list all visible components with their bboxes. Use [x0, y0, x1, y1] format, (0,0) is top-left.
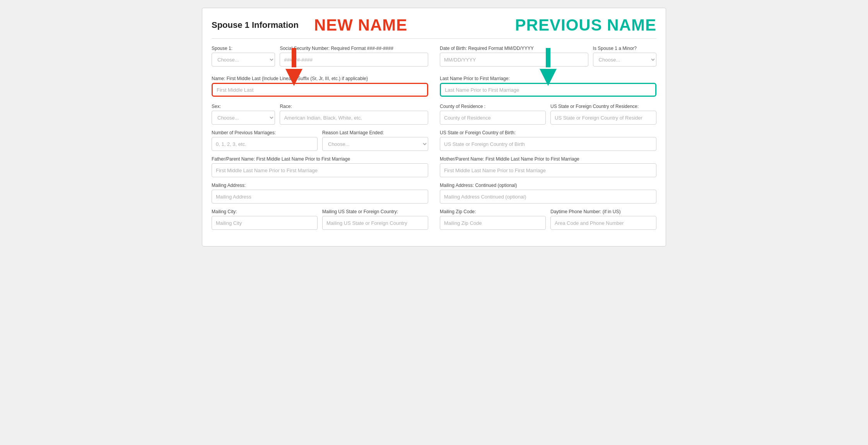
mailing-state-group: Mailing US State or Foreign Country:	[322, 209, 428, 230]
father-group: Father/Parent Name: First Middle Last Na…	[212, 156, 428, 177]
birth-state-input[interactable]	[440, 137, 656, 151]
mailing-zip-input[interactable]	[440, 216, 546, 230]
section-left: Spouse 1: Choose... Social Security Numb…	[212, 46, 428, 235]
spouse1-label: Spouse 1:	[212, 46, 275, 51]
mailing-address-input[interactable]	[212, 190, 428, 204]
birth-state-group: US State or Foreign Country of Birth:	[440, 130, 656, 151]
row-county-state: County of Residence : US State or Foreig…	[440, 104, 656, 125]
birth-state-label: US State or Foreign Country of Birth:	[440, 130, 656, 135]
spouse1-select[interactable]: Choose...	[212, 53, 275, 67]
arrow-head-red	[285, 69, 302, 86]
row-spouse-ssn: Spouse 1: Choose... Social Security Numb…	[212, 46, 428, 67]
mother-input[interactable]	[440, 163, 656, 177]
minor-select[interactable]: Choose...	[593, 53, 656, 67]
race-group: Race:	[280, 104, 428, 125]
minor-label: Is Spouse 1 a Minor?	[593, 46, 656, 51]
page-title: Spouse 1 Information	[212, 20, 299, 30]
county-group: County of Residence :	[440, 104, 546, 125]
page-header: Spouse 1 Information NEW NAME PREVIOUS N…	[212, 16, 656, 39]
row-zip-phone: Mailing Zip Code: Daytime Phone Number: …	[440, 209, 656, 230]
row-mailing-continued: Mailing Address: Continued (optional)	[440, 183, 656, 204]
daytime-phone-input[interactable]	[550, 216, 656, 230]
father-label: Father/Parent Name: First Middle Last Na…	[212, 156, 428, 162]
mother-label: Mother/Parent Name: First Middle Last Na…	[440, 156, 656, 162]
row-sex-race: Sex: Choose... Race:	[212, 104, 428, 125]
mailing-continued-label: Mailing Address: Continued (optional)	[440, 183, 656, 188]
daytime-phone-label: Daytime Phone Number: (if in US)	[550, 209, 656, 214]
race-label: Race:	[280, 104, 428, 109]
arrow-head-teal	[540, 69, 557, 86]
prev-marriages-input[interactable]	[212, 137, 318, 151]
sex-select[interactable]: Choose...	[212, 111, 275, 125]
arrow-stem-red	[292, 48, 296, 67]
main-grid: Spouse 1: Choose... Social Security Numb…	[212, 46, 656, 235]
reason-ended-select[interactable]: Choose...	[322, 137, 428, 151]
row-mailing-address: Mailing Address:	[212, 183, 428, 204]
name-group: Name: First Middle Last {Include Lineage…	[212, 76, 428, 97]
previous-name-heading: PREVIOUS NAME	[515, 16, 656, 34]
reason-ended-label: Reason Last Marriage Ended:	[322, 130, 428, 135]
mailing-zip-label: Mailing Zip Code:	[440, 209, 546, 214]
name-label: Name: First Middle Last {Include Lineage…	[212, 76, 428, 81]
row-last-name-prior: Last Name Prior to First Marriage:	[440, 76, 656, 97]
name-input[interactable]	[212, 83, 428, 97]
arrow-stem-teal	[546, 48, 550, 67]
new-name-heading: NEW NAME	[314, 16, 407, 34]
dob-group: Date of Birth: Required Format MM/DD/YYY…	[440, 46, 588, 67]
state-residence-input[interactable]	[550, 111, 656, 125]
row-mother: Mother/Parent Name: First Middle Last Na…	[440, 156, 656, 177]
row-birth-state: US State or Foreign Country of Birth:	[440, 130, 656, 151]
mailing-state-input[interactable]	[322, 216, 428, 230]
state-residence-label: US State or Foreign Country of Residence…	[550, 104, 656, 109]
arrow-prev-name	[540, 48, 557, 86]
daytime-phone-group: Daytime Phone Number: (if in US)	[550, 209, 656, 230]
mailing-continued-input[interactable]	[440, 190, 656, 204]
dob-label: Date of Birth: Required Format MM/DD/YYY…	[440, 46, 588, 51]
row-father: Father/Parent Name: First Middle Last Na…	[212, 156, 428, 177]
row-name: Name: First Middle Last {Include Lineage…	[212, 76, 428, 97]
arrow-new-name	[285, 48, 302, 86]
race-input[interactable]	[280, 111, 428, 125]
row-mailing-city-state: Mailing City: Mailing US State or Foreig…	[212, 209, 428, 230]
county-input[interactable]	[440, 111, 546, 125]
section-right: Date of Birth: Required Format MM/DD/YYY…	[440, 46, 656, 235]
father-input[interactable]	[212, 163, 428, 177]
dob-input[interactable]	[440, 53, 588, 67]
page-container: Spouse 1 Information NEW NAME PREVIOUS N…	[202, 8, 666, 246]
spouse1-group: Spouse 1: Choose...	[212, 46, 275, 67]
prev-marriages-label: Number of Previous Marriages:	[212, 130, 318, 135]
state-residence-group: US State or Foreign Country of Residence…	[550, 104, 656, 125]
mailing-state-label: Mailing US State or Foreign Country:	[322, 209, 428, 214]
mailing-city-input[interactable]	[212, 216, 318, 230]
sex-label: Sex:	[212, 104, 275, 109]
mailing-city-group: Mailing City:	[212, 209, 318, 230]
mailing-address-label: Mailing Address:	[212, 183, 428, 188]
county-label: County of Residence :	[440, 104, 546, 109]
prev-marriages-group: Number of Previous Marriages:	[212, 130, 318, 151]
row-marriages-reason: Number of Previous Marriages: Reason Las…	[212, 130, 428, 151]
mailing-address-group: Mailing Address:	[212, 183, 428, 204]
mailing-continued-group: Mailing Address: Continued (optional)	[440, 183, 656, 204]
minor-group: Is Spouse 1 a Minor? Choose...	[593, 46, 656, 67]
mailing-zip-group: Mailing Zip Code:	[440, 209, 546, 230]
sex-group: Sex: Choose...	[212, 104, 275, 125]
mother-group: Mother/Parent Name: First Middle Last Na…	[440, 156, 656, 177]
mailing-city-label: Mailing City:	[212, 209, 318, 214]
reason-ended-group: Reason Last Marriage Ended: Choose...	[322, 130, 428, 151]
